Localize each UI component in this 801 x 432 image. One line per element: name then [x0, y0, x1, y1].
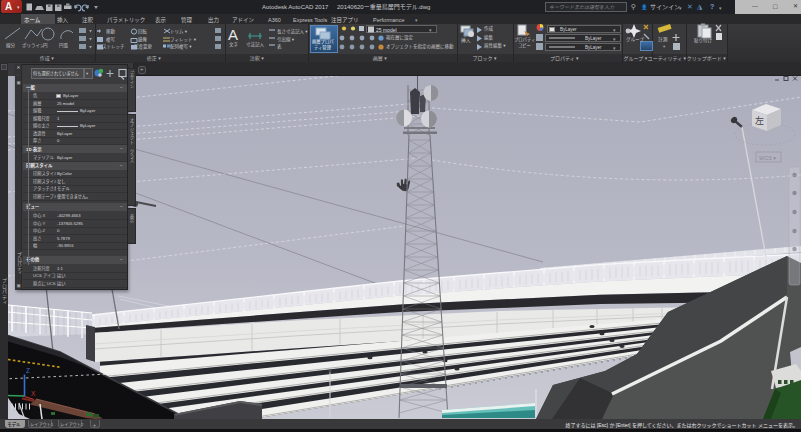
svg-text:X: X: [31, 390, 36, 397]
svg-text:WCS ▾: WCS ▾: [759, 155, 776, 161]
svg-text:左: 左: [755, 115, 764, 126]
svg-text:Z: Z: [26, 367, 30, 374]
